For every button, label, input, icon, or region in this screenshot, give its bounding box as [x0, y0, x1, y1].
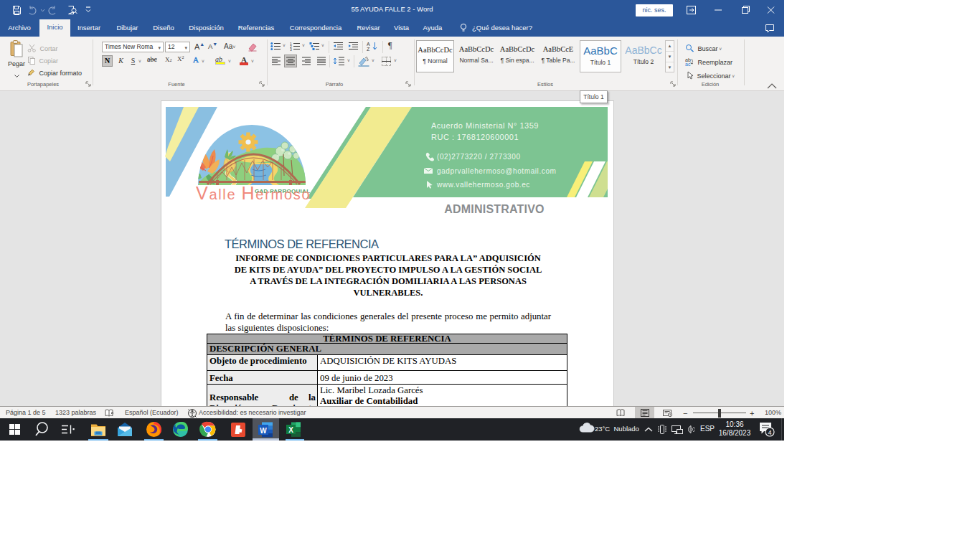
svg-text:X: X [288, 426, 293, 434]
svg-text:W: W [260, 427, 267, 435]
svg-text:RUC : 1768120600001: RUC : 1768120600001 [431, 133, 519, 141]
svg-text:(02)2773220 / 2773300: (02)2773220 / 2773300 [437, 153, 521, 161]
svg-text:gadprvallehermoso@hotmail.com: gadprvallehermoso@hotmail.com [437, 167, 557, 175]
svg-text:www.vallehermoso.gob.ec: www.vallehermoso.gob.ec [436, 181, 530, 189]
svg-text:Valle Hermoso: Valle Hermoso [196, 183, 311, 203]
svg-text:A: A [367, 42, 370, 47]
svg-text:Acuerdo Ministerial N° 1359: Acuerdo Ministerial N° 1359 [431, 121, 539, 130]
svg-text:3: 3 [290, 47, 292, 52]
svg-text:4: 4 [768, 429, 771, 436]
svg-text:ac: ac [685, 62, 691, 66]
svg-text:Z: Z [367, 47, 370, 52]
